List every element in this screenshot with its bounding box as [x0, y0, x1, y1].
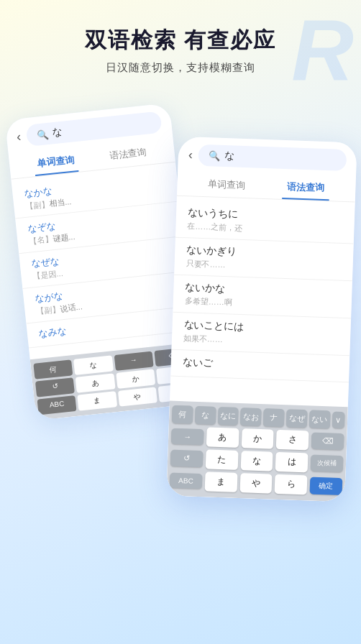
- grammar-item[interactable]: ないうちに 在……之前，还: [175, 201, 355, 244]
- grammar-jp: ないご: [183, 356, 338, 374]
- front-phone-ui: ‹ 🔍 な 单词查询 语法查询 ないうちに 在……之前，还 ないかぎり: [166, 137, 357, 502]
- kana-何[interactable]: 何: [172, 405, 193, 424]
- front-search-icon: 🔍: [209, 150, 221, 162]
- kana-なお[interactable]: なお: [240, 408, 262, 426]
- kb-reset[interactable]: ↺: [170, 450, 204, 468]
- kana-suggestion-row: 何 な なに なお ナ なぜ ない ∨: [172, 405, 345, 429]
- kb-key-や[interactable]: や: [117, 387, 157, 406]
- kb-key-reset[interactable]: ↺: [35, 377, 75, 397]
- kb-あ[interactable]: あ: [206, 427, 239, 448]
- kana-な[interactable]: な: [195, 406, 216, 425]
- kana-chevron[interactable]: ∨: [332, 412, 344, 429]
- phones-container: ‹ 🔍 な 单词查询 语法查询 なかな 【副】相当... なぞな 【名】: [0, 96, 361, 556]
- tab-grammar-front[interactable]: 语法查询: [266, 175, 346, 201]
- kb-abc[interactable]: ABC: [170, 473, 203, 489]
- kana-なに[interactable]: なに: [217, 407, 239, 426]
- kb-confirm[interactable]: 确定: [310, 477, 343, 495]
- back-word-list: なかな 【副】相当... なぞな 【名】谜题... なぜな 【是因... ながな…: [11, 162, 194, 360]
- kb-key-abc[interactable]: ABC: [37, 395, 77, 415]
- kb-key-何[interactable]: 何: [33, 359, 73, 379]
- search-icon: 🔍: [36, 129, 48, 141]
- kb-や[interactable]: や: [239, 473, 273, 494]
- grammar-item[interactable]: ないかぎり 只要不……: [174, 238, 354, 282]
- kb-key-な[interactable]: な: [73, 355, 113, 374]
- kb-next-candidate[interactable]: 次候補: [311, 455, 344, 473]
- hero-section: 双语检索 有查必应 日汉随意切换，支持模糊查询: [0, 0, 361, 89]
- grammar-item[interactable]: ないことには 如果不……: [171, 313, 351, 356]
- search-query: な: [52, 126, 63, 139]
- kb-delete[interactable]: ⌫: [311, 433, 344, 451]
- kb-ま[interactable]: ま: [204, 472, 237, 492]
- front-phone: ‹ 🔍 な 单词查询 语法查询 ないうちに 在……之前，还 ないかぎり: [166, 137, 357, 502]
- grammar-item[interactable]: ないご: [170, 350, 349, 383]
- kb-key-か[interactable]: か: [116, 369, 155, 388]
- front-search-box[interactable]: 🔍 な: [198, 144, 347, 171]
- kb-か[interactable]: か: [241, 428, 274, 449]
- kb-ら[interactable]: ら: [275, 474, 308, 495]
- kana-ナ[interactable]: ナ: [263, 408, 285, 427]
- front-search-query: な: [224, 150, 235, 162]
- front-keyboard: 何 な なに なお ナ なぜ ない ∨ → あ か さ ⌫: [166, 401, 347, 502]
- kb-は[interactable]: は: [275, 452, 309, 473]
- kb-row-front-2: ↺ た な は 次候補: [170, 448, 344, 474]
- grammar-item[interactable]: ないかな 多希望……啊: [173, 275, 352, 319]
- kb-key-あ[interactable]: あ: [76, 373, 115, 392]
- hero-title: 双语检索 有查必应: [14, 26, 347, 55]
- kb-arrow[interactable]: →: [171, 428, 204, 445]
- kb-な[interactable]: な: [240, 451, 273, 472]
- hero-subtitle: 日汉随意切换，支持模糊查询: [14, 61, 347, 75]
- front-grammar-list: ないうちに 在……之前，还 ないかぎり 只要不…… ないかな 多希望……啊 ない…: [170, 196, 355, 407]
- kb-key-ま[interactable]: ま: [77, 391, 116, 410]
- front-back-button[interactable]: ‹: [188, 147, 193, 162]
- kb-row-front-1: → あ か さ ⌫: [171, 426, 344, 451]
- kb-た[interactable]: た: [205, 449, 238, 470]
- kb-key-arrow[interactable]: →: [114, 351, 153, 371]
- kb-さ[interactable]: さ: [276, 430, 309, 451]
- kana-ない[interactable]: ない: [309, 410, 331, 428]
- kana-なぜ[interactable]: なぜ: [286, 409, 308, 428]
- back-button[interactable]: ‹: [16, 129, 22, 145]
- kb-row-front-3: ABC ま や ら 确定: [170, 471, 343, 496]
- tab-vocab-front[interactable]: 单词查询: [187, 172, 267, 198]
